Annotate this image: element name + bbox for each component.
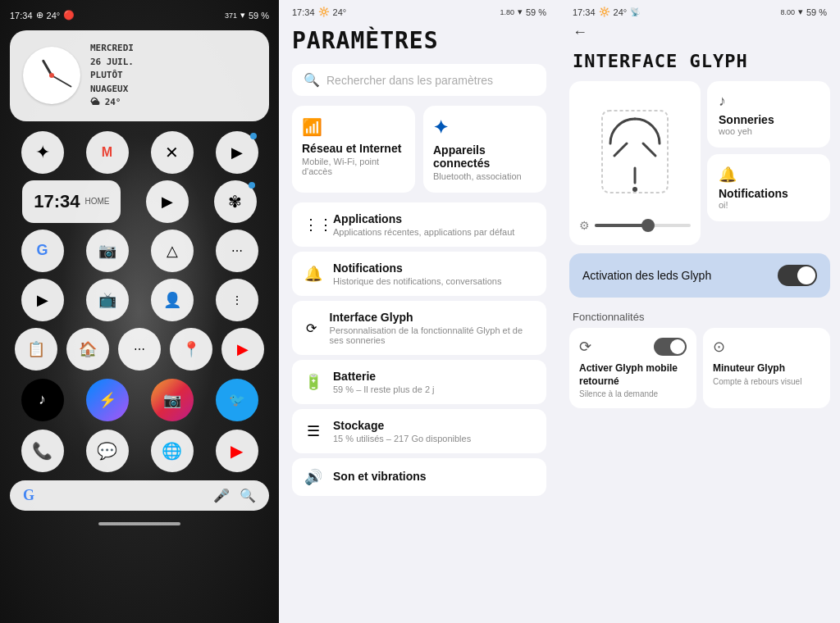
toggle-knob xyxy=(797,266,815,284)
status-bar-glyph: 17:34 🔆 24° 📡 8.00 ▾ 59 % xyxy=(559,0,840,20)
nav-pill xyxy=(98,522,180,525)
time-glyph: 17:34 xyxy=(573,7,596,17)
settings-title: PARAMÈTRES xyxy=(279,20,559,64)
flip-toggle[interactable] xyxy=(654,338,687,356)
tile-network-title: Réseau et Internet xyxy=(302,142,405,155)
settings-item-storage[interactable]: ☰ Stockage 15 % utilisés – 217 Go dispon… xyxy=(292,409,546,453)
ringtones-title: Sonneries xyxy=(719,113,819,126)
tile-bluetooth[interactable]: ✦ Appareils connectés Bluetooth, associa… xyxy=(423,106,546,193)
analog-clock xyxy=(23,47,80,104)
app-phone[interactable]: 📞 xyxy=(21,430,64,472)
lens-icon[interactable]: 🔍 xyxy=(240,488,256,503)
glyph-toggle-label: Activation des leds Glyph xyxy=(582,269,711,282)
rotate-icon: ⟳ xyxy=(579,338,591,356)
fonct-card-flip[interactable]: ⟳ Activer Glyph mobile retourné Silence … xyxy=(569,328,696,408)
digital-clock: 17:34 xyxy=(34,191,80,212)
app-twitter[interactable]: 🐦 xyxy=(216,379,258,421)
app-grid[interactable]: ⋯ xyxy=(118,328,161,371)
app-tv[interactable]: 📺 xyxy=(86,279,129,321)
settings-panel: 17:34 🔆 24° 1.80 ▾ 59 % PARAMÈTRES 🔍 Rec… xyxy=(279,0,559,623)
app-row-3: G 📷 △ ⋯ xyxy=(10,230,269,272)
settings-item-sound[interactable]: 🔊 Son et vibrations xyxy=(292,458,546,496)
app-home[interactable]: 🏠 xyxy=(66,328,109,371)
app-youtube2[interactable]: ▶ xyxy=(216,430,258,472)
apps-sub: Applications récentes, applications par … xyxy=(333,227,514,237)
app-google[interactable]: G xyxy=(21,230,64,272)
battery-home: 59 % xyxy=(249,11,269,20)
app-row-1: ✦ M ✕ ▶ xyxy=(10,131,269,174)
mic-icon[interactable]: 🎤 xyxy=(213,488,230,503)
app-gmail[interactable]: M xyxy=(86,131,129,174)
app-video[interactable]: ▶ xyxy=(21,279,64,321)
nav-bar-home xyxy=(10,516,269,532)
slider-thumb xyxy=(641,219,655,232)
back-arrow-icon[interactable]: ← xyxy=(573,24,587,41)
glyph-leds-toggle[interactable] xyxy=(778,265,817,286)
tile-bluetooth-title: Appareils connectés xyxy=(433,143,536,170)
glyph-card-ringtones[interactable]: ♪ Sonneries woo yeh xyxy=(707,81,830,148)
clock-weather-widget: MERCREDI 26 JUIL. PLUTÔT NUAGEUX 🌥 24° xyxy=(10,30,269,121)
timer-icon: ⊙ xyxy=(713,338,725,356)
app-youtube[interactable]: ▶ xyxy=(221,328,264,371)
notification-badge-2 xyxy=(249,182,255,189)
app-alert[interactable]: △ xyxy=(151,230,194,272)
svg-point-1 xyxy=(632,187,637,192)
data-settings: 1.80 xyxy=(500,8,514,16)
battery-icon: 🔋 xyxy=(304,373,323,391)
minute-hand xyxy=(52,75,72,88)
settings-item-notifications[interactable]: 🔔 Notifications Historique des notificat… xyxy=(292,252,546,296)
apps-title: Applications xyxy=(333,212,514,225)
fonct-card-timer[interactable]: ⊙ Minuteur Glyph Compte à rebours visuel xyxy=(703,328,830,408)
glyph-brightness-slider[interactable]: ⚙ xyxy=(579,219,691,232)
weather-desc: NUAGEUX xyxy=(90,83,134,97)
settings-search-bar[interactable]: 🔍 Rechercher dans les paramètres xyxy=(292,64,546,96)
notif-glyph-sub: oi! xyxy=(719,200,819,210)
app-slack[interactable]: ✦ xyxy=(21,131,64,174)
app-tiktok[interactable]: ♪ xyxy=(21,379,64,421)
settings-item-apps[interactable]: ⋮⋮ Applications Applications récentes, a… xyxy=(292,202,546,247)
app-clover[interactable]: ✕ xyxy=(151,131,194,174)
app-copy[interactable]: 📋 xyxy=(15,328,57,371)
timer-sub: Compte à rebours visuel xyxy=(713,377,820,386)
flip-sub: Silence à la demande xyxy=(579,389,687,398)
app-chrome[interactable]: 🌐 xyxy=(151,430,194,472)
social-apps-row: ♪ ⚡ 📷 🐦 xyxy=(10,379,269,421)
weather-date: 26 JUIL. xyxy=(90,56,134,70)
temp-glyph: 24° xyxy=(614,7,628,17)
glyph-panel: 17:34 🔆 24° 📡 8.00 ▾ 59 % ← INTERFACE GL… xyxy=(559,0,840,623)
app-misc1[interactable]: ⋯ xyxy=(216,230,258,272)
storage-title: Stockage xyxy=(333,419,471,432)
weather-widget: MERCREDI 26 JUIL. PLUTÔT NUAGEUX 🌥 24° xyxy=(90,42,134,110)
app-play[interactable]: ▶ xyxy=(216,131,258,174)
app-chat[interactable]: 💬 xyxy=(86,430,129,472)
sound-title: Son et vibrations xyxy=(333,470,427,483)
settings-item-glyph[interactable]: ⟳ Interface Glyph Personnalisation de la… xyxy=(292,301,546,355)
glyph-nav-header: ← xyxy=(559,20,840,48)
app-fan[interactable]: ✾ xyxy=(214,180,257,223)
app-row-4: ▶ 📺 👤 ⋮ xyxy=(10,279,269,321)
glyph-toggle-row[interactable]: Activation des leds Glyph xyxy=(569,253,830,298)
app-row-5: 📋 🏠 ⋯ 📍 ▶ xyxy=(10,328,269,371)
google-icons: 🎤 🔍 xyxy=(213,488,256,503)
app-instagram[interactable]: 📷 xyxy=(151,379,194,421)
app-person[interactable]: 👤 xyxy=(151,279,194,321)
app-row-2: 17:34 HOME ▶ ✾ xyxy=(10,180,269,223)
glyph-card-notifications[interactable]: 🔔 Notifications oi! xyxy=(707,154,830,221)
search-placeholder: Rechercher dans les paramètres xyxy=(326,74,493,87)
time-settings: 17:34 xyxy=(292,7,315,17)
data-glyph: 8.00 xyxy=(780,8,795,16)
app-messenger[interactable]: ⚡ xyxy=(86,379,129,421)
settings-item-battery[interactable]: 🔋 Batterie 59 % – Il reste plus de 2 j xyxy=(292,360,546,404)
app-maps[interactable]: 📍 xyxy=(170,328,212,371)
battery-glyph: 59 % xyxy=(806,7,827,17)
fonctionnalites-grid: ⟳ Activer Glyph mobile retourné Silence … xyxy=(569,328,830,408)
app-misc2[interactable]: ⋮ xyxy=(216,279,258,321)
sun-icon: 🔆 xyxy=(318,7,330,17)
app-camera[interactable]: 📷 xyxy=(86,230,129,272)
ringtones-sub: woo yeh xyxy=(719,126,819,136)
app-media[interactable]: ▶ xyxy=(146,180,189,223)
google-search-bar[interactable]: G 🎤 🔍 xyxy=(10,480,269,511)
fonctionnalites-label: Fonctionnalités xyxy=(559,306,840,328)
search-icon: 🔍 xyxy=(304,72,320,88)
tile-network[interactable]: 📶 Réseau et Internet Mobile, Wi-Fi, poin… xyxy=(292,106,415,193)
